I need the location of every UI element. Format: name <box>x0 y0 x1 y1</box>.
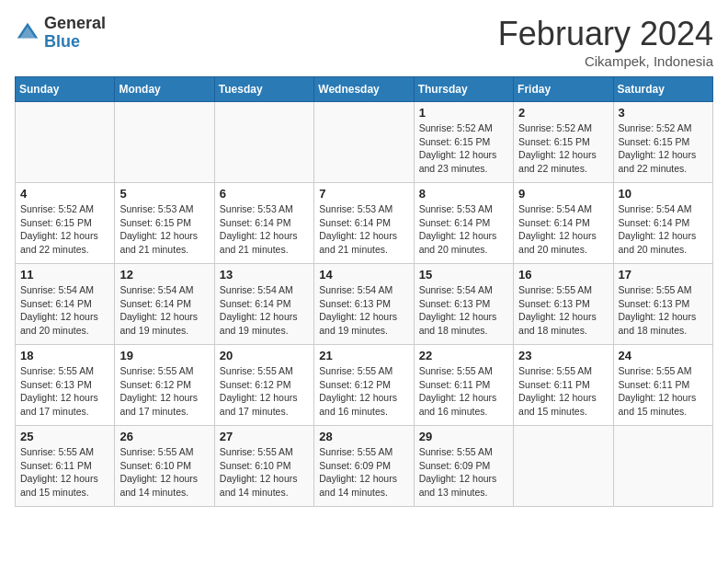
calendar-cell: 19Sunrise: 5:55 AMSunset: 6:12 PMDayligh… <box>115 345 214 426</box>
calendar-cell: 14Sunrise: 5:54 AMSunset: 6:13 PMDayligh… <box>314 264 414 345</box>
calendar-cell: 21Sunrise: 5:55 AMSunset: 6:12 PMDayligh… <box>314 345 414 426</box>
col-header-saturday: Saturday <box>613 77 712 102</box>
calendar-cell <box>115 102 214 183</box>
calendar-cell: 13Sunrise: 5:54 AMSunset: 6:14 PMDayligh… <box>214 264 313 345</box>
calendar-cell: 22Sunrise: 5:55 AMSunset: 6:11 PMDayligh… <box>414 345 513 426</box>
calendar-cell: 25Sunrise: 5:55 AMSunset: 6:11 PMDayligh… <box>16 426 115 507</box>
day-number: 18 <box>20 349 109 362</box>
day-number: 9 <box>518 187 608 201</box>
calendar-title: February 2024 <box>498 15 713 53</box>
calendar-week-1: 1Sunrise: 5:52 AMSunset: 6:15 PMDaylight… <box>16 102 713 183</box>
day-number: 19 <box>119 349 209 362</box>
day-info: Sunrise: 5:55 AMSunset: 6:10 PMDaylight:… <box>119 445 209 500</box>
day-number: 10 <box>619 187 708 201</box>
day-number: 22 <box>419 349 508 362</box>
calendar-table: SundayMondayTuesdayWednesdayThursdayFrid… <box>15 76 713 507</box>
logo-icon <box>15 20 40 46</box>
page-header: General Blue February 2024 Cikampek, Ind… <box>15 15 713 69</box>
calendar-cell: 4Sunrise: 5:52 AMSunset: 6:15 PMDaylight… <box>16 183 115 264</box>
calendar-cell: 10Sunrise: 5:54 AMSunset: 6:14 PMDayligh… <box>613 183 712 264</box>
day-info: Sunrise: 5:52 AMSunset: 6:15 PMDaylight:… <box>20 202 109 257</box>
calendar-week-2: 4Sunrise: 5:52 AMSunset: 6:15 PMDaylight… <box>16 183 713 264</box>
calendar-cell: 3Sunrise: 5:52 AMSunset: 6:15 PMDaylight… <box>613 102 712 183</box>
calendar-cell: 27Sunrise: 5:55 AMSunset: 6:10 PMDayligh… <box>214 426 313 507</box>
day-number: 20 <box>220 349 309 362</box>
day-number: 15 <box>419 268 508 282</box>
calendar-week-5: 25Sunrise: 5:55 AMSunset: 6:11 PMDayligh… <box>16 426 713 507</box>
day-number: 21 <box>319 349 408 362</box>
calendar-cell: 2Sunrise: 5:52 AMSunset: 6:15 PMDaylight… <box>514 102 613 183</box>
day-info: Sunrise: 5:55 AMSunset: 6:09 PMDaylight:… <box>419 445 508 500</box>
day-info: Sunrise: 5:55 AMSunset: 6:11 PMDaylight:… <box>20 445 109 500</box>
calendar-cell: 7Sunrise: 5:53 AMSunset: 6:14 PMDaylight… <box>314 183 414 264</box>
col-header-tuesday: Tuesday <box>214 77 313 102</box>
logo-text: General Blue <box>44 15 106 52</box>
day-info: Sunrise: 5:54 AMSunset: 6:13 PMDaylight:… <box>419 283 508 338</box>
day-number: 8 <box>419 187 508 201</box>
calendar-cell: 17Sunrise: 5:55 AMSunset: 6:13 PMDayligh… <box>613 264 712 345</box>
calendar-cell: 12Sunrise: 5:54 AMSunset: 6:14 PMDayligh… <box>115 264 214 345</box>
calendar-cell: 29Sunrise: 5:55 AMSunset: 6:09 PMDayligh… <box>414 426 513 507</box>
calendar-cell: 8Sunrise: 5:53 AMSunset: 6:14 PMDaylight… <box>414 183 513 264</box>
day-info: Sunrise: 5:55 AMSunset: 6:11 PMDaylight:… <box>518 364 608 419</box>
calendar-cell: 6Sunrise: 5:53 AMSunset: 6:14 PMDaylight… <box>214 183 313 264</box>
day-number: 14 <box>319 268 408 282</box>
day-info: Sunrise: 5:55 AMSunset: 6:12 PMDaylight:… <box>119 364 209 419</box>
day-info: Sunrise: 5:55 AMSunset: 6:12 PMDaylight:… <box>319 364 408 419</box>
col-header-sunday: Sunday <box>16 77 115 102</box>
col-header-thursday: Thursday <box>414 77 513 102</box>
day-info: Sunrise: 5:55 AMSunset: 6:13 PMDaylight:… <box>20 364 109 419</box>
calendar-week-4: 18Sunrise: 5:55 AMSunset: 6:13 PMDayligh… <box>16 345 713 426</box>
day-number: 13 <box>220 268 309 282</box>
day-info: Sunrise: 5:53 AMSunset: 6:15 PMDaylight:… <box>119 202 209 257</box>
col-header-monday: Monday <box>115 77 214 102</box>
calendar-cell <box>613 426 712 507</box>
day-info: Sunrise: 5:55 AMSunset: 6:11 PMDaylight:… <box>419 364 508 419</box>
day-info: Sunrise: 5:54 AMSunset: 6:13 PMDaylight:… <box>319 283 408 338</box>
calendar-location: Cikampek, Indonesia <box>498 53 713 69</box>
day-info: Sunrise: 5:54 AMSunset: 6:14 PMDaylight:… <box>619 202 708 257</box>
day-number: 5 <box>119 187 209 201</box>
calendar-cell: 16Sunrise: 5:55 AMSunset: 6:13 PMDayligh… <box>514 264 613 345</box>
day-info: Sunrise: 5:52 AMSunset: 6:15 PMDaylight:… <box>619 121 708 176</box>
day-number: 23 <box>518 349 608 362</box>
day-number: 24 <box>619 349 708 362</box>
day-number: 26 <box>119 430 209 443</box>
calendar-cell: 20Sunrise: 5:55 AMSunset: 6:12 PMDayligh… <box>214 345 313 426</box>
calendar-cell <box>16 102 115 183</box>
day-number: 7 <box>319 187 408 201</box>
day-info: Sunrise: 5:55 AMSunset: 6:11 PMDaylight:… <box>619 364 708 419</box>
day-info: Sunrise: 5:52 AMSunset: 6:15 PMDaylight:… <box>518 121 608 176</box>
day-info: Sunrise: 5:55 AMSunset: 6:13 PMDaylight:… <box>619 283 708 338</box>
logo-blue-text: Blue <box>44 33 106 52</box>
day-number: 25 <box>20 430 109 443</box>
calendar-cell: 24Sunrise: 5:55 AMSunset: 6:11 PMDayligh… <box>613 345 712 426</box>
calendar-cell: 18Sunrise: 5:55 AMSunset: 6:13 PMDayligh… <box>16 345 115 426</box>
col-header-friday: Friday <box>514 77 613 102</box>
day-number: 12 <box>119 268 209 282</box>
day-number: 11 <box>20 268 109 282</box>
day-info: Sunrise: 5:52 AMSunset: 6:15 PMDaylight:… <box>419 121 508 176</box>
day-info: Sunrise: 5:53 AMSunset: 6:14 PMDaylight:… <box>419 202 508 257</box>
day-info: Sunrise: 5:55 AMSunset: 6:12 PMDaylight:… <box>220 364 309 419</box>
calendar-cell <box>514 426 613 507</box>
day-info: Sunrise: 5:55 AMSunset: 6:09 PMDaylight:… <box>319 445 408 500</box>
day-info: Sunrise: 5:54 AMSunset: 6:14 PMDaylight:… <box>518 202 608 257</box>
calendar-cell: 26Sunrise: 5:55 AMSunset: 6:10 PMDayligh… <box>115 426 214 507</box>
logo: General Blue <box>15 15 106 52</box>
day-number: 3 <box>619 106 708 120</box>
calendar-cell: 9Sunrise: 5:54 AMSunset: 6:14 PMDaylight… <box>514 183 613 264</box>
logo-general-text: General <box>44 15 106 33</box>
calendar-cell: 1Sunrise: 5:52 AMSunset: 6:15 PMDaylight… <box>414 102 513 183</box>
title-block: February 2024 Cikampek, Indonesia <box>498 15 713 69</box>
day-number: 17 <box>619 268 708 282</box>
day-number: 6 <box>220 187 309 201</box>
calendar-cell: 28Sunrise: 5:55 AMSunset: 6:09 PMDayligh… <box>314 426 414 507</box>
day-info: Sunrise: 5:54 AMSunset: 6:14 PMDaylight:… <box>220 283 309 338</box>
calendar-cell: 11Sunrise: 5:54 AMSunset: 6:14 PMDayligh… <box>16 264 115 345</box>
calendar-cell <box>314 102 414 183</box>
calendar-cell <box>214 102 313 183</box>
day-info: Sunrise: 5:55 AMSunset: 6:10 PMDaylight:… <box>220 445 309 500</box>
calendar-week-3: 11Sunrise: 5:54 AMSunset: 6:14 PMDayligh… <box>16 264 713 345</box>
day-number: 27 <box>220 430 309 443</box>
